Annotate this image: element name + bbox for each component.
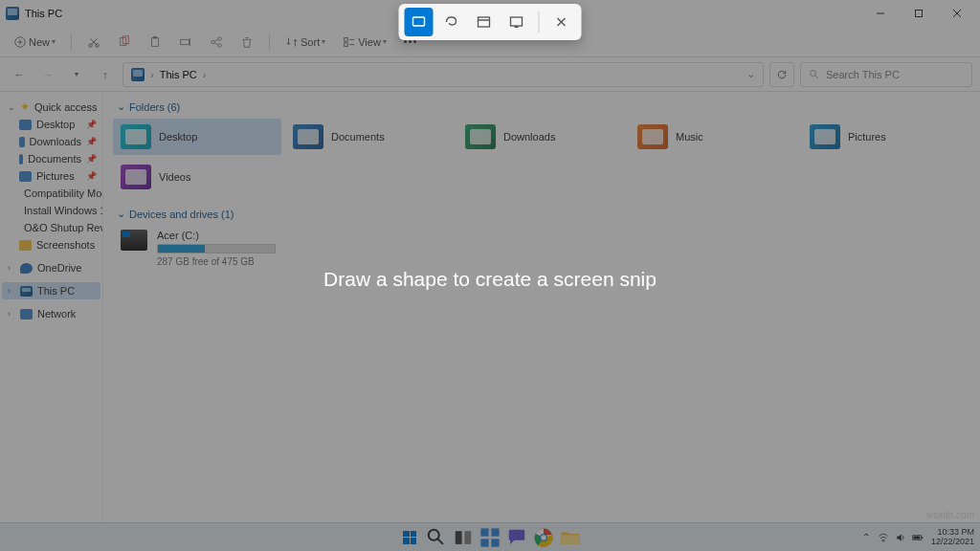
svg-rect-13 (181, 39, 189, 44)
new-button[interactable]: New ▾ (8, 33, 61, 52)
svg-line-19 (214, 42, 218, 44)
window-snip-button[interactable] (470, 8, 499, 36)
freeform-snip-button[interactable] (437, 8, 466, 36)
chevron-down-icon: ⌄ (117, 100, 125, 113)
content-pane: ⌄Folders (6) Desktop Documents Downloads… (103, 92, 980, 530)
clock[interactable]: 10:33 PM 12/22/2021 (931, 528, 974, 547)
svg-point-16 (218, 36, 222, 40)
folders-section-header[interactable]: ⌄Folders (6) (113, 98, 970, 119)
chevron-right-icon: › (150, 69, 154, 80)
sidebar-downloads[interactable]: Downloads📌 (2, 133, 100, 150)
svg-rect-30 (480, 528, 488, 536)
address-bar: ← → ▾ ↑ › This PC › ⌄ Search This PC (0, 57, 980, 92)
date: 12/22/2021 (931, 538, 974, 547)
sidebar-compat[interactable]: Compatibility Mods (2, 185, 100, 202)
svg-rect-42 (913, 536, 920, 539)
search-box[interactable]: Search This PC (800, 62, 972, 87)
delete-button[interactable] (234, 33, 259, 52)
widgets-button[interactable] (479, 527, 501, 548)
svg-rect-21 (345, 42, 348, 46)
documents-icon (293, 124, 323, 149)
chat-button[interactable] (506, 527, 527, 548)
pin-icon: 📌 (86, 154, 97, 164)
snip-hint-text: Draw a shape to create a screen snip (0, 268, 980, 291)
pin-icon: 📌 (86, 171, 97, 181)
svg-rect-1 (916, 11, 923, 17)
svg-rect-47 (515, 26, 519, 28)
volume-icon[interactable] (895, 532, 906, 543)
svg-rect-38 (561, 535, 579, 544)
rename-button[interactable] (173, 33, 198, 52)
sidebar-network[interactable]: ›Network (2, 305, 100, 322)
tray-chevron-up-icon[interactable]: ⌃ (862, 532, 870, 542)
pin-icon: 📌 (86, 137, 97, 146)
minimize-button[interactable] (861, 0, 900, 27)
view-button[interactable]: View▾ (337, 33, 392, 52)
svg-point-37 (541, 535, 546, 540)
share-button[interactable] (204, 33, 229, 52)
svg-rect-20 (345, 37, 348, 41)
drive-name: Acer (C:) (157, 230, 276, 241)
recent-button[interactable]: ▾ (65, 63, 88, 86)
documents-icon (19, 154, 23, 165)
folder-desktop[interactable]: Desktop (113, 119, 281, 155)
this-pc-icon (131, 68, 145, 81)
svg-rect-33 (491, 539, 499, 546)
desktop-icon (121, 124, 151, 149)
network-icon (20, 309, 33, 320)
forward-button[interactable]: → (36, 63, 59, 86)
wifi-icon[interactable] (878, 532, 889, 543)
sidebar-install[interactable]: Install Windows 11 (2, 202, 100, 219)
sidebar-ooshutup[interactable]: O&O Shutup Reviev (2, 219, 100, 236)
battery-icon[interactable] (912, 532, 924, 543)
breadcrumb[interactable]: › This PC › ⌄ (122, 62, 764, 87)
folder-downloads[interactable]: Downloads (457, 119, 626, 155)
up-button[interactable]: ↑ (94, 63, 117, 86)
sort-button[interactable]: Sort▾ (279, 33, 331, 52)
svg-rect-29 (464, 531, 471, 544)
window-title: This PC (25, 8, 62, 19)
music-icon (637, 124, 668, 149)
back-button[interactable]: ← (8, 63, 31, 86)
chevron-down-icon[interactable]: ⌄ (746, 68, 755, 80)
sidebar-documents[interactable]: Documents📌 (2, 150, 100, 167)
downloads-icon (19, 137, 25, 147)
start-button[interactable] (399, 527, 420, 548)
svg-rect-43 (413, 17, 425, 26)
refresh-button[interactable] (769, 62, 794, 87)
maximize-button[interactable] (900, 0, 938, 27)
sidebar-screenshots[interactable]: Screenshots (2, 236, 100, 253)
task-view-button[interactable] (453, 527, 474, 548)
file-explorer-button[interactable] (560, 527, 581, 548)
svg-rect-12 (153, 35, 157, 38)
cut-button[interactable] (81, 33, 106, 52)
star-icon: ★ (20, 100, 30, 113)
folder-videos[interactable]: Videos (113, 159, 281, 195)
svg-point-17 (218, 43, 222, 47)
chrome-button[interactable] (533, 527, 554, 548)
sidebar-pictures[interactable]: Pictures📌 (2, 167, 100, 185)
drives-section-header[interactable]: ⌄Devices and drives (1) (113, 205, 970, 226)
close-snip-button[interactable] (547, 8, 576, 36)
folder-music[interactable]: Music (630, 119, 798, 155)
divider (539, 11, 540, 33)
drive-c[interactable]: Acer (C:) 287 GB free of 475 GB (113, 226, 970, 271)
taskbar-search-button[interactable] (426, 527, 447, 548)
chevron-right-icon: › (203, 69, 207, 80)
fullscreen-snip-button[interactable] (502, 8, 531, 36)
sidebar-desktop[interactable]: Desktop📌 (2, 116, 100, 133)
svg-line-18 (214, 39, 218, 41)
chevron-down-icon: ⌄ (8, 102, 15, 112)
svg-rect-31 (491, 528, 499, 536)
svg-rect-41 (922, 537, 924, 539)
sidebar-quick-access[interactable]: ⌄★Quick access (2, 98, 100, 116)
svg-line-27 (437, 539, 443, 544)
rectangular-snip-button[interactable] (405, 8, 434, 36)
folder-documents[interactable]: Documents (285, 119, 454, 155)
search-icon (809, 69, 820, 80)
svg-point-39 (882, 540, 884, 542)
paste-button[interactable] (143, 33, 167, 52)
close-button[interactable] (938, 0, 976, 27)
folder-pictures[interactable]: Pictures (802, 119, 970, 155)
copy-button[interactable] (112, 33, 137, 52)
